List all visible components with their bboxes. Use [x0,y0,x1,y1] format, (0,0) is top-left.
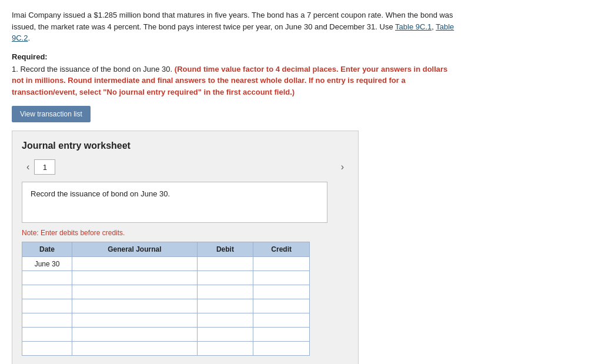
row2-credit-input[interactable] [257,274,306,282]
col-date-header: Date [22,242,72,257]
row3-journal[interactable] [72,285,198,299]
description-text: Record the issuance of bond on June 30. [31,189,170,198]
row4-journal-input[interactable] [76,302,193,310]
table-row [22,342,310,356]
intro-text: Imai Company issued a $1.285 million bon… [12,11,453,31]
row5-debit-input[interactable] [201,316,250,325]
row1-credit[interactable] [253,257,310,271]
row6-debit-input[interactable] [201,330,250,339]
row2-date [22,271,72,285]
worksheet-container: Journal entry worksheet ‹ 1 › Record the… [12,131,359,364]
row1-debit[interactable] [197,257,253,271]
row2-debit[interactable] [197,271,253,285]
row6-journal[interactable] [72,328,198,342]
col-debit-header: Debit [197,242,253,257]
description-box: Record the issuance of bond on June 30. [22,182,327,223]
row6-credit-input[interactable] [257,330,306,339]
row5-credit-input[interactable] [257,316,306,325]
table-9c1-link[interactable]: Table 9C.1 [395,22,432,31]
row3-date [22,285,72,299]
page-number: 1 [34,159,55,175]
row2-journal[interactable] [72,271,198,285]
row4-journal[interactable] [72,299,198,313]
row4-date [22,299,72,313]
intro-paragraph: Imai Company issued a $1.285 million bon… [12,9,459,44]
row5-journal-input[interactable] [76,316,193,325]
row1-debit-input[interactable] [201,260,250,268]
row3-credit-input[interactable] [257,288,306,296]
row1-journal-input[interactable] [76,260,193,268]
row2-journal-input[interactable] [76,274,193,282]
row5-date [22,313,72,328]
row7-debit[interactable] [197,342,253,356]
row2-debit-input[interactable] [201,274,250,282]
journal-table: Date General Journal Debit Credit June 3… [22,242,310,356]
row4-debit-input[interactable] [201,302,250,310]
row5-journal[interactable] [72,313,198,328]
row6-journal-input[interactable] [76,330,193,339]
next-arrow-button[interactable]: › [336,161,349,173]
row2-credit[interactable] [253,271,310,285]
row7-credit[interactable] [253,342,310,356]
step-text: 1. Record the issuance of the bond on Ju… [12,65,172,74]
col-journal-header: General Journal [72,242,198,257]
table-row: June 30 [22,257,310,271]
col-credit-header: Credit [253,242,310,257]
row6-credit[interactable] [253,328,310,342]
row3-journal-input[interactable] [76,288,193,296]
required-section: Required: 1. Record the issuance of the … [12,52,459,98]
row5-credit[interactable] [253,313,310,328]
row7-journal-input[interactable] [76,345,193,353]
row1-date: June 30 [22,257,72,271]
row3-credit[interactable] [253,285,310,299]
row1-credit-input[interactable] [257,260,306,268]
view-transaction-button[interactable]: View transaction list [12,106,91,122]
row5-debit[interactable] [197,313,253,328]
row4-debit[interactable] [197,299,253,313]
required-instruction: 1. Record the issuance of the bond on Ju… [12,64,459,98]
table-row [22,271,310,285]
prev-arrow-button[interactable]: ‹ [22,161,34,173]
row7-debit-input[interactable] [201,345,250,353]
row7-journal[interactable] [72,342,198,356]
row1-journal[interactable] [72,257,198,271]
row7-credit-input[interactable] [257,345,306,353]
table-row [22,313,310,328]
table-row [22,328,310,342]
row4-credit[interactable] [253,299,310,313]
worksheet-title: Journal entry worksheet [22,141,349,151]
table-row [22,285,310,299]
row3-debit[interactable] [197,285,253,299]
row3-debit-input[interactable] [201,288,250,296]
row4-credit-input[interactable] [257,302,306,310]
required-label: Required: [12,52,459,61]
note-text: Note: Enter debits before credits. [22,229,349,237]
row6-debit[interactable] [197,328,253,342]
nav-row: ‹ 1 › [22,159,349,175]
row6-date [22,328,72,342]
row7-date [22,342,72,356]
table-row [22,299,310,313]
